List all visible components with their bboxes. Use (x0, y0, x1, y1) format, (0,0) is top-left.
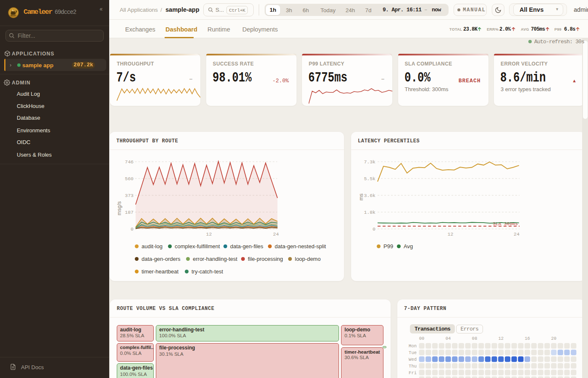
svg-text:msg/s: msg/s (116, 201, 122, 215)
svg-text:Wed: Wed (409, 357, 417, 362)
svg-text:5.5k: 5.5k (364, 176, 375, 181)
svg-text:12: 12 (498, 336, 504, 341)
svg-text:746: 746 (125, 159, 134, 165)
svg-text:0: 0 (131, 226, 134, 232)
svg-text:20: 20 (551, 336, 556, 341)
svg-text:1.8k: 1.8k (364, 210, 375, 215)
svg-text:7.3k: 7.3k (364, 159, 375, 165)
svg-text:08: 08 (472, 336, 478, 341)
svg-text:12: 12 (448, 231, 454, 237)
svg-text:Mon: Mon (409, 344, 417, 349)
svg-text:ms: ms (358, 194, 364, 201)
svg-text:00: 00 (419, 336, 425, 341)
svg-text:373: 373 (125, 193, 134, 198)
svg-text:Thu: Thu (409, 364, 417, 369)
svg-text:16: 16 (525, 336, 530, 341)
svg-text:Tue: Tue (409, 350, 417, 355)
svg-text:12: 12 (206, 231, 212, 237)
svg-text:04: 04 (446, 336, 451, 341)
svg-text:0: 0 (373, 226, 375, 232)
svg-text:560: 560 (125, 176, 134, 181)
svg-text:24: 24 (514, 231, 520, 237)
svg-text:187: 187 (125, 210, 134, 215)
svg-text:24: 24 (273, 231, 279, 237)
svg-text:3.6k: 3.6k (364, 193, 375, 198)
svg-text:Fri: Fri (409, 370, 417, 375)
svg-text:SLA 300ms: SLA 300ms (493, 221, 518, 226)
